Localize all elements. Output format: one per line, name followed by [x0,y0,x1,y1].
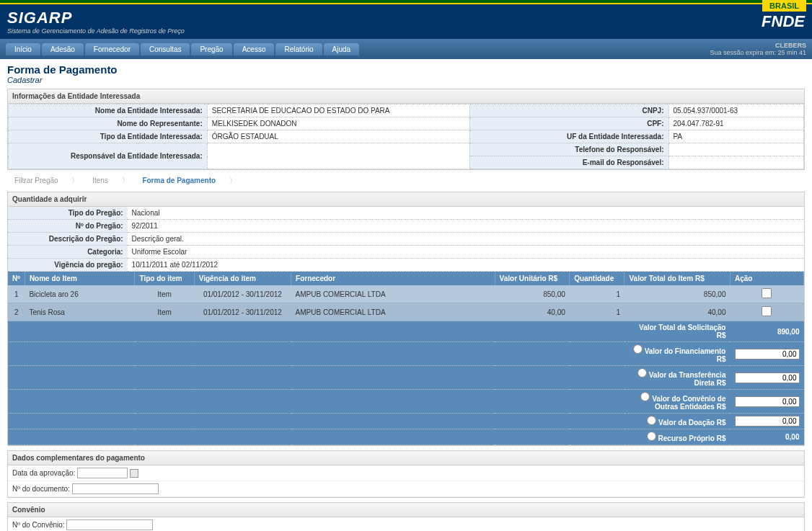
breadcrumb: Filtrar Pregão 〉 Itens 〉 Forma de Pagame… [7,174,805,187]
val-email [668,156,804,169]
app-subtitle: Sistema de Gerenciamento de Adesão de Re… [7,27,185,35]
cell-qt: 1 [570,285,625,303]
lbl-num-doc: Nº do documento: [12,485,70,493]
bc-forma-pagamento: Forma de Pagamento [136,175,221,186]
cell-qt: 1 [570,303,625,321]
val-tipo-pregao: Nacional [128,207,804,220]
edit-icon[interactable] [762,306,772,316]
radio-doacao[interactable] [647,416,656,425]
lbl-cpf: CPF: [469,117,668,130]
val-tot-solic: 890,00 [730,321,803,342]
nav-adesao[interactable]: Adesão [42,43,84,55]
app-header: SIGARP Sistema de Gerenciamento de Adesã… [0,4,812,39]
bc-filtrar[interactable]: Filtrar Pregão [9,175,64,186]
lbl-email: E-mail do Responsável: [469,156,668,169]
lbl-financiamento: Valor do Financiamento R$ [645,347,726,363]
lbl-tel: Telefone do Responsável: [469,143,668,156]
val-tel [668,143,804,156]
input-financiamento[interactable] [735,349,800,360]
table-row: 2 Tenis Rosa Item 01/01/2012 - 30/11/201… [8,303,804,321]
calendar-icon[interactable] [130,469,138,478]
conv-panel: Convênio Nº do Convênio: Proveniente de … [7,502,805,531]
session-info: Sua sessão expira em: 25 min 41 [710,49,806,56]
qty-panel-header: Quantidade a adquirir [8,192,804,207]
cell-tipo: Item [135,303,194,321]
lbl-doacao: Valor da Doação R$ [658,419,725,427]
radio-transferencia[interactable] [637,368,647,378]
lbl-tipo: Tipo da Entidade Interessada: [9,130,208,143]
edit-icon[interactable] [762,288,772,298]
val-vigencia: 10/11/2011 até 02/11/2012 [128,259,804,272]
lbl-transferencia: Valor da Transferência Direta R$ [649,371,726,387]
nav-pregao[interactable]: Pregão [191,43,231,55]
chevron-icon: 〉 [66,175,84,186]
lbl-num-conv: Nº do Convênio: [12,521,65,529]
table-row: 1 Bicicleta aro 26 Item 01/01/2012 - 30/… [8,285,804,303]
nav-ajuda[interactable]: Ajuda [324,43,360,55]
col-n: Nº [8,272,25,285]
radio-recurso[interactable] [647,432,656,441]
val-nome-ent: SECRETARIA DE EDUCACAO DO ESTADO DO PARA [207,104,469,117]
input-doacao[interactable] [735,416,800,427]
nav-consultas[interactable]: Consultas [141,43,190,55]
cell-tipo: Item [135,285,194,303]
chevron-icon: 〉 [224,175,242,186]
input-data-aprov[interactable] [77,468,128,478]
input-convenio[interactable] [735,396,800,407]
cell-vu: 40,00 [495,303,570,321]
user-name: CLEBERS [710,42,806,49]
val-nome-rep: MELKISEDEK DONADON [207,117,469,130]
cell-nome: Tenis Rosa [25,303,135,321]
app-title: SIGARP [7,9,185,27]
lbl-nome-rep: Nome do Representante: [9,117,208,130]
comp-panel-header: Dados complementares do pagamento [8,451,804,465]
lbl-tot-solic: Valor Total da Solicitação R$ [625,321,730,342]
col-nome: Nome do Item [25,272,135,285]
comp-panel: Dados complementares do pagamento Data d… [7,450,805,498]
input-transferencia[interactable] [735,372,800,383]
val-cpf: 204.047.782-91 [668,117,804,130]
col-vt: Valor Total do Item R$ [625,272,730,285]
col-qt: Quantidade [570,272,625,285]
cell-vt: 850,00 [625,285,730,303]
lbl-desc-pregao: Descrição do Pregão: [8,233,128,246]
val-num-pregao: 92/2011 [128,220,804,233]
val-tipo: ÓRGÃO ESTADUAL [207,130,469,143]
page-title: Forma de Pagamento [7,63,805,76]
brasil-tag: BRASIL [762,0,806,12]
qty-panel: Quantidade a adquirir Tipo do Pregão:Nac… [7,192,805,446]
nav-fornecedor[interactable]: Fornecedor [85,43,139,55]
lbl-num-pregao: Nº do Pregão: [8,220,128,233]
lbl-data-aprov: Data da aprovação: [12,469,75,477]
nav-bar: Início Adesão Fornecedor Consultas Pregã… [0,39,812,59]
cell-nome: Bicicleta aro 26 [25,285,135,303]
lbl-convenio: Valor do Convênio de Outras Entidades R$ [652,395,725,411]
nav-inicio[interactable]: Início [6,43,40,55]
val-uf: PA [668,130,804,143]
lbl-cnpj: CNPJ: [469,104,668,117]
cell-vu: 850,00 [495,285,570,303]
lbl-resp: Responsável da Entidade Interessada: [9,143,208,169]
val-desc-pregao: Descrição geral. [128,233,804,246]
col-tipo: Tipo do item [135,272,194,285]
info-panel: Informações da Entidade Interessada Nome… [7,89,805,170]
cell-vig: 01/01/2012 - 30/11/2012 [194,303,291,321]
cell-vt: 40,00 [625,303,730,321]
lbl-tipo-pregao: Tipo do Pregão: [8,207,128,220]
col-acao: Ação [730,272,803,285]
cell-forn: AMPUB COMERCIAL LTDA [291,303,495,321]
nav-relatorio[interactable]: Relatório [275,43,322,55]
bc-itens[interactable]: Itens [87,175,114,186]
nav-acesso[interactable]: Acesso [234,43,275,55]
conv-panel-header: Convênio [8,503,804,517]
chevron-icon: 〉 [116,175,135,186]
radio-financiamento[interactable] [633,344,643,354]
val-categoria: Uniforme Escolar [128,246,804,259]
input-num-doc[interactable] [72,483,159,494]
info-panel-header: Informações da Entidade Interessada [8,89,804,104]
page-subtitle: Cadastrar [7,76,805,84]
radio-convenio[interactable] [640,392,650,401]
lbl-nome-ent: Nome da Entidade Interessada: [9,104,208,117]
org-logo: FNDE [762,12,805,31]
input-num-conv[interactable] [66,519,153,530]
